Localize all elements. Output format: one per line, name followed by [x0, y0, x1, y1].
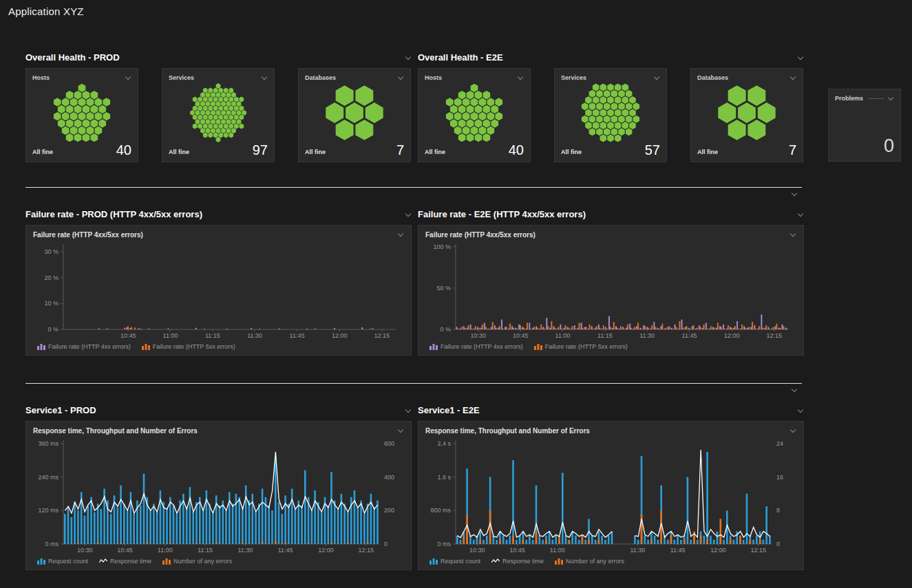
health-tile-hosts-e2e[interactable]: Hosts All fine 40 [418, 68, 531, 162]
count-value: 7 [789, 143, 796, 157]
section-title: Overall Health - E2E [418, 52, 503, 63]
chart-plot[interactable]: 0 ms120 ms240 ms360 ms020040060010:3010:… [33, 436, 404, 554]
svg-text:11:00: 11:00 [158, 547, 173, 554]
svg-text:12:00: 12:00 [724, 332, 740, 339]
legend-label: Request count [48, 558, 88, 565]
legend-item[interactable]: Failure rate (HTTP 5xx errors) [142, 343, 235, 350]
svg-text:11:45: 11:45 [682, 332, 697, 339]
legend-item[interactable]: Response time [99, 558, 151, 565]
tile-header: Hosts [425, 74, 524, 81]
divider-line [25, 383, 802, 384]
chevron-down-icon[interactable] [654, 74, 660, 80]
chevron-down-icon[interactable] [792, 386, 798, 393]
honeycomb-chart [697, 83, 796, 143]
legend-line-icon [99, 558, 107, 565]
chart-plot[interactable]: 0 %10 %20 %30 %10:4511:0011:1511:3011:45… [33, 240, 404, 340]
chevron-down-icon[interactable] [125, 74, 131, 80]
chart-plot[interactable]: 0 %50 %100 %10:3010:4511:0011:1511:3011:… [425, 240, 796, 340]
chevron-down-icon[interactable] [792, 190, 798, 197]
svg-text:11:30: 11:30 [639, 332, 655, 339]
legend-item[interactable]: Request count [430, 558, 480, 565]
chevron-down-icon[interactable] [790, 427, 796, 433]
section-health-e2e: Overall Health - E2E Hosts All fine 40 [418, 50, 804, 162]
section-header: Failure rate - E2E (HTTP 4xx/5xx errors) [418, 207, 804, 221]
status-label: All fine [32, 149, 53, 157]
chevron-down-icon[interactable] [398, 74, 404, 80]
dashboard-content: Overall Health - PROD Hosts All fine 40 [0, 17, 912, 570]
section-header: Service1 - PROD [25, 403, 412, 417]
legend-label: Number of any errors [173, 558, 232, 565]
svg-text:12:00: 12:00 [710, 547, 726, 554]
chevron-down-icon[interactable] [518, 74, 524, 80]
count-value: 40 [116, 143, 131, 157]
health-row: Overall Health - PROD Hosts All fine 40 [25, 50, 912, 162]
section-title: Failure rate - PROD (HTTP 4xx/5xx errors… [25, 209, 202, 219]
problems-count: 0 [835, 137, 894, 155]
svg-text:360 ms: 360 ms [38, 440, 59, 447]
status-label: All fine [169, 149, 189, 157]
chart-title: Response time, Throughput and Number of … [425, 427, 590, 435]
legend-item[interactable]: Failure rate (HTTP 4xx errors) [37, 343, 131, 350]
section-title: Failure rate - E2E (HTTP 4xx/5xx errors) [418, 209, 586, 219]
status-label: All fine [697, 149, 718, 157]
section-title: Service1 - E2E [418, 405, 480, 415]
chevron-down-icon[interactable] [405, 54, 412, 61]
health-tile-services-prod[interactable]: Services All fine 97 [162, 68, 275, 162]
tile-header: Services [169, 74, 268, 81]
chevron-down-icon[interactable] [398, 231, 404, 237]
health-tile-services-e2e[interactable]: Services All fine 57 [554, 68, 667, 162]
problems-tile[interactable]: Problems 0 [828, 89, 901, 162]
chevron-down-icon[interactable] [888, 95, 894, 101]
chevron-down-icon[interactable] [405, 211, 412, 217]
svg-text:12:00: 12:00 [332, 332, 348, 339]
count-value: 7 [396, 143, 404, 157]
tile-row: Hosts All fine 40 Services [25, 68, 412, 162]
legend-item[interactable]: Failure rate (HTTP 5xx errors) [534, 343, 628, 350]
chart-title: Failure rate (HTTP 4xx/5xx errors) [425, 231, 535, 239]
legend-label: Response time [502, 558, 544, 565]
legend-item[interactable]: Failure rate (HTTP 4xx errors) [430, 343, 523, 350]
chart-tile-failure-prod[interactable]: Failure rate (HTTP 4xx/5xx errors) 0 %10… [25, 225, 412, 356]
legend-item[interactable]: Request count [37, 558, 88, 565]
divider-line [25, 187, 802, 188]
chevron-down-icon[interactable] [398, 427, 404, 433]
health-tile-hosts-prod[interactable]: Hosts All fine 40 [25, 68, 138, 162]
chart-tile-service-prod[interactable]: Response time, Throughput and Number of … [25, 421, 412, 570]
legend-item[interactable]: Number of any errors [555, 558, 624, 565]
legend-bar-icon [534, 343, 542, 350]
legend-label: Number of any errors [566, 558, 624, 565]
legend-bar-icon [555, 558, 563, 565]
svg-text:11:00: 11:00 [550, 547, 565, 554]
tile-title: Services [169, 74, 194, 81]
svg-text:12:15: 12:15 [358, 547, 374, 554]
health-tile-databases-prod[interactable]: Databases All fine 7 [298, 68, 411, 162]
svg-text:11:45: 11:45 [670, 547, 686, 554]
section-failure-prod: Failure rate - PROD (HTTP 4xx/5xx errors… [25, 207, 412, 356]
chart-plot[interactable]: 0 ms800 ms1.6 s2.4 s08162410:3010:4511:0… [425, 436, 796, 554]
chevron-down-icon[interactable] [405, 407, 412, 413]
tile-header: Hosts [32, 74, 131, 81]
chart-legend: Request countResponse timeNumber of any … [33, 554, 404, 568]
section-service-e2e: Service1 - E2E Response time, Throughput… [418, 403, 804, 570]
count-value: 97 [253, 143, 268, 157]
legend-item[interactable]: Response time [491, 558, 544, 565]
chevron-down-icon[interactable] [798, 211, 804, 217]
svg-text:0 ms: 0 ms [45, 541, 59, 547]
chevron-down-icon[interactable] [798, 54, 804, 61]
chevron-down-icon[interactable] [790, 74, 796, 80]
chevron-down-icon[interactable] [798, 407, 804, 413]
svg-text:10:45: 10:45 [117, 547, 133, 554]
tile-footer: All fine 40 [425, 143, 524, 157]
health-tile-databases-e2e[interactable]: Databases All fine 7 [690, 68, 803, 162]
legend-label: Response time [110, 558, 151, 565]
chevron-down-icon[interactable] [790, 231, 796, 237]
chart-tile-failure-e2e[interactable]: Failure rate (HTTP 4xx/5xx errors) 0 %50… [418, 225, 804, 356]
chart-legend: Failure rate (HTTP 4xx errors)Failure ra… [425, 340, 796, 353]
svg-text:120 ms: 120 ms [38, 507, 59, 514]
legend-item[interactable]: Number of any errors [162, 558, 232, 565]
chart-tile-service-e2e[interactable]: Response time, Throughput and Number of … [418, 421, 804, 570]
section-failure-e2e: Failure rate - E2E (HTTP 4xx/5xx errors)… [418, 207, 804, 356]
legend-line-icon [491, 558, 500, 565]
chevron-down-icon[interactable] [262, 74, 268, 80]
tile-title: Databases [305, 74, 336, 81]
